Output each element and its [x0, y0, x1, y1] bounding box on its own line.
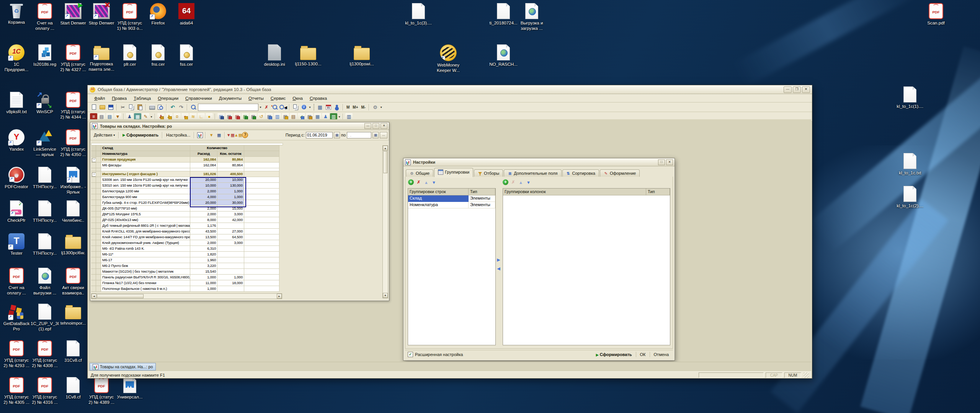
toolbar-m-button[interactable]: M	[345, 104, 351, 111]
move-down-icon[interactable]: ▼	[526, 179, 531, 185]
desktop-icon-43[interactable]: Акт сверки взаимора..	[59, 268, 87, 296]
resize-grip[interactable]	[804, 372, 809, 378]
menu-item[interactable]: Операции	[154, 95, 182, 101]
desktop-icon-16[interactable]: fns.cer	[144, 44, 172, 67]
toolbar-m+-button[interactable]: M+	[351, 104, 359, 111]
dropdown-icon[interactable]: ▾	[379, 106, 383, 109]
desktop-icon-4[interactable]: УПД (статус 1) № 903 о...	[116, 3, 144, 31]
dialog-generate-button[interactable]: ▶ Сформировать	[595, 351, 634, 358]
grid-row[interactable]: НоменклатураЭлементы	[408, 202, 495, 208]
desktop-icon-22[interactable]: NO_RASCH...	[489, 44, 518, 67]
desktop-icon-36[interactable]: ТТНПосту...	[31, 200, 59, 223]
undo-icon[interactable]	[169, 104, 176, 111]
menu-item[interactable]: Сервис	[267, 95, 289, 101]
tab-grid[interactable]: Группировки	[434, 168, 473, 177]
table-row[interactable]: Полотенце Вафельное ( намотка 9 м.п.)1,0…	[91, 286, 284, 292]
table-row[interactable]: Клей Аквенс 144/7 FD для мембранно-вакуу…	[91, 234, 284, 240]
table-row[interactable]: Панель радиусная ВЫПУКЛАЯ R 300/16, Х650…	[91, 275, 284, 280]
desktop-icon-17[interactable]: fss.cer	[172, 44, 201, 67]
table-row[interactable]: Макиотти (SG234) | без текстуры | металл…	[91, 269, 284, 275]
calendar-icon[interactable]: ▦	[372, 132, 379, 138]
dropdown-icon[interactable]: ▾	[308, 106, 312, 109]
window-tab-report[interactable]: Товары на складах. На...: ро	[90, 363, 156, 371]
tab-fields[interactable]: Дополнительные поля	[504, 169, 561, 177]
desktop-icon-52[interactable]: 1Cv8.cf	[59, 377, 87, 400]
desktop-icon-53[interactable]: УПД (статус 2) № 4389 ...	[87, 377, 116, 405]
delete-icon[interactable]: ✗	[416, 179, 421, 185]
desktop-icon-32[interactable]: ТТНПосту...	[31, 167, 59, 189]
desktop-icon-2[interactable]: Start Denwer	[59, 3, 87, 26]
desktop-icon-5[interactable]: Firefox	[144, 3, 172, 26]
collapse-groups-icon[interactable]: ▲▦	[235, 132, 242, 138]
ok-button[interactable]: ОК	[639, 351, 647, 358]
table-row[interactable]: М6-171,960	[91, 257, 284, 263]
desktop-icon-45[interactable]: 1C_ZUP_V_30 (1).epf	[31, 304, 59, 332]
cal-icon[interactable]	[325, 104, 332, 111]
tab-wrench[interactable]: Общие	[406, 169, 433, 177]
table-row[interactable]: Дуб темный рифленый 8801-2R | с текстуро…	[91, 223, 284, 229]
desktop-icon-28[interactable]: LinkService — ярлык	[31, 129, 59, 157]
filter-icon[interactable]: ▼	[208, 132, 215, 138]
desktop-icon-10[interactable]: Scan.pdf	[922, 3, 950, 26]
table-row[interactable]: ДМ*125 Молдинг 15*6,52,0003,000	[91, 211, 284, 217]
table-settings-icon[interactable]: ▦	[216, 132, 222, 138]
tab-paint[interactable]: Оформление	[600, 169, 640, 177]
dropdown-icon[interactable]: ▾	[150, 115, 153, 119]
grid-row[interactable]: СкладЭлементы	[408, 195, 495, 202]
table-row[interactable]: −Готовая продукция162,08480,864	[91, 157, 284, 163]
table-row[interactable]: 53010 зел. 150 мм 15отв P180 шлиф круг н…	[91, 183, 284, 189]
open-icon[interactable]	[98, 104, 106, 111]
menu-item[interactable]: Файл	[91, 95, 108, 101]
table-row[interactable]: −Инструменты ( отдел фасадов )181,026400…	[91, 171, 284, 177]
desktop-icon-21[interactable]: WebMoney Keeper W...	[434, 44, 462, 73]
desktop-icon-38[interactable]: Tester	[2, 233, 31, 256]
desktop-icon-47[interactable]: УПД (статус 2) № 4293 ...	[2, 340, 31, 368]
desktop-icon-24[interactable]: v8pksR.txt	[2, 92, 31, 114]
desktop-icon-3[interactable]: Stop Denwer	[87, 3, 116, 26]
save-icon[interactable]	[107, 104, 114, 111]
report-chart-icon[interactable]	[196, 132, 203, 138]
menu-item[interactable]: Справка	[306, 95, 330, 101]
col-header-rashod[interactable]: Расход	[190, 151, 217, 157]
table-row[interactable]: М6 фасады162,08480,864	[91, 163, 284, 168]
desktop-icon-40[interactable]: lj1300pcl6w.	[59, 233, 87, 255]
col-header-kolichestvo[interactable]: Количество	[190, 145, 244, 151]
calendar-icon[interactable]: ▦	[334, 132, 340, 138]
desktop-icon-14[interactable]: Подготовка пакета эле...	[87, 44, 116, 72]
col-header-nomenklatura[interactable]: Номенклатура	[101, 151, 190, 157]
settings-button[interactable]: Настройка...	[164, 132, 192, 138]
desktop-icon-46[interactable]: tehnoimpor...	[59, 304, 87, 326]
desktop-icon-23[interactable]: kl_to_1c(1)....	[896, 86, 924, 109]
dialog-close-button[interactable]: ✕	[666, 159, 673, 165]
table-row[interactable]: Клей двухкомпонентный унив. Акфикс (Турц…	[91, 240, 284, 246]
copy-icon[interactable]	[127, 104, 135, 111]
desktop-icon-19[interactable]: lj1150-1300...	[294, 44, 322, 67]
expand-groups-icon[interactable]: ▼▦	[227, 132, 234, 138]
cut-icon[interactable]	[119, 104, 127, 111]
wrench-icon[interactable]	[371, 104, 379, 111]
desktop-icon-48[interactable]: УПД (статус 2) № 4308 ...	[31, 340, 59, 368]
x-icon[interactable]	[263, 104, 270, 111]
desktop-icon-44[interactable]: GetDataBack Pro	[2, 304, 31, 332]
desktop-icon-51[interactable]: УПД (статус 2) № 4316 ...	[31, 377, 59, 405]
print-icon[interactable]	[148, 104, 156, 111]
move-down-icon[interactable]: ▼	[431, 179, 437, 185]
desktop-icon-30[interactable]: kl_to_1c.txt	[896, 153, 924, 176]
desktop-icon-18[interactable]: desktop.ini	[260, 44, 289, 67]
table-row[interactable]: М6- 4/2 Patina romb 143 К.6,310	[91, 246, 284, 252]
scroll-down-icon[interactable]: ▼	[383, 293, 388, 298]
table-row[interactable]: Планка №17 (10/2,44) без пленки11,00018,…	[91, 280, 284, 286]
report-titlebar[interactable]: Товары на складах. Настройка: ро — □ ✕	[90, 122, 389, 130]
move-up-icon[interactable]: ▲	[423, 179, 429, 185]
search-input[interactable]	[198, 104, 258, 111]
table-row[interactable]: Баллюстрада 900 мм4,0001,000	[91, 194, 284, 200]
desktop-icon-29[interactable]: УПД (статус 2) № 4350 ...	[59, 129, 87, 157]
desktop-icon-7[interactable]: kl_to_1c(3)....	[404, 3, 433, 26]
desktop-icon-33[interactable]: Изображе.. - Ярлык	[59, 167, 87, 195]
scroll-thumb[interactable]	[97, 294, 144, 298]
desktop-icon-8[interactable]: ti_20180724...	[489, 3, 518, 26]
preview-icon[interactable]	[157, 104, 164, 111]
desktop-icon-15[interactable]: pfr.cer	[116, 44, 144, 67]
scroll-thumb[interactable]	[383, 151, 387, 173]
redo-icon[interactable]	[177, 104, 185, 111]
